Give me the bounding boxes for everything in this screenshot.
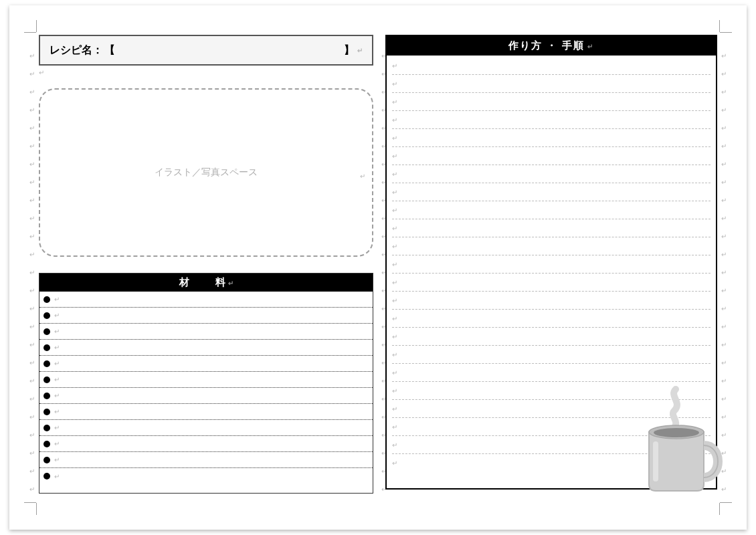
step-row[interactable]: ↵: [392, 129, 711, 147]
right-column: 作り方 ・ 手順↵ ↵↵↵↵↵↵↵↵↵↵↵↵↵↵↵↵↵↵↵↵↵↵↵: [385, 35, 717, 500]
step-row[interactable]: ↵: [392, 310, 711, 328]
return-mark-icon: ↵: [54, 360, 60, 367]
return-mark-icon: ↵: [587, 43, 594, 50]
ingredients-section: 材 料↵ ↵↵↵↵↵↵↵↵↵↵↵↵: [39, 273, 373, 494]
step-row[interactable]: ↵: [392, 111, 711, 129]
return-mark-icon: ↵: [392, 297, 397, 304]
step-row[interactable]: ↵: [392, 292, 711, 310]
return-mark-icon: ↵: [392, 134, 397, 142]
return-mark-icon: ↵: [54, 376, 60, 383]
illustration-photo-space[interactable]: イラスト／写真スペース ↵: [39, 88, 373, 257]
ingredient-row[interactable]: ↵: [39, 324, 373, 340]
return-mark-icon: ↵: [392, 207, 397, 214]
return-mark-icon: ↵: [392, 261, 397, 268]
step-row[interactable]: ↵: [392, 75, 711, 93]
ingredient-row[interactable]: ↵: [39, 372, 373, 388]
ingredient-row[interactable]: ↵: [39, 420, 373, 436]
return-mark-icon: ↵: [228, 280, 233, 287]
step-row[interactable]: ↵: [392, 364, 711, 382]
bullet-icon: [43, 328, 50, 335]
return-mark-icon: ↵: [54, 296, 60, 303]
bullet-icon: [43, 473, 50, 479]
return-mark-icon: ↵: [54, 328, 60, 335]
return-mark-icon: ↵: [392, 333, 397, 340]
ingredient-row[interactable]: ↵: [39, 356, 373, 372]
bullet-icon: [43, 344, 50, 351]
bullet-icon: [43, 393, 50, 399]
return-mark-icon: ↵: [392, 369, 397, 377]
return-mark-icon: ↵: [54, 408, 60, 415]
return-mark-icon: ↵: [357, 47, 363, 54]
photo-placeholder-text: イラスト／写真スペース: [155, 167, 258, 179]
return-mark-icon: ↵: [392, 189, 397, 196]
recipe-name-label: レシピ名：: [50, 43, 103, 58]
paragraph-marks-left: ↵↵↵↵↵↵↵↵↵↵↵↵↵↵↵↵↵↵↵↵↵↵↵↵↵: [29, 52, 35, 493]
step-row[interactable]: ↵: [392, 219, 711, 237]
bullet-icon: [43, 296, 50, 303]
step-row[interactable]: ↵: [392, 328, 711, 346]
bullet-icon: [43, 457, 50, 463]
step-row[interactable]: ↵: [392, 201, 711, 219]
return-mark-icon: ↵: [392, 459, 397, 467]
ingredient-row[interactable]: ↵: [39, 308, 373, 324]
ingredient-row[interactable]: ↵: [39, 436, 373, 452]
bullet-icon: [43, 312, 50, 319]
return-mark-icon: ↵: [54, 473, 60, 480]
return-mark-icon: ↵: [392, 243, 397, 250]
bullet-icon: [43, 377, 50, 383]
step-row[interactable]: ↵: [392, 183, 711, 201]
return-mark-icon: ↵: [392, 80, 397, 88]
steps-header-text: 作り方 ・ 手順: [508, 39, 585, 51]
ingredients-list[interactable]: ↵↵↵↵↵↵↵↵↵↵↵↵: [39, 292, 373, 493]
return-mark-icon: ↵: [392, 351, 397, 358]
return-mark-icon: ↵: [392, 62, 397, 70]
return-mark-icon: ↵: [39, 69, 44, 76]
step-row[interactable]: ↵: [392, 147, 711, 165]
steps-list[interactable]: ↵↵↵↵↵↵↵↵↵↵↵↵↵↵↵↵↵↵↵↵↵↵↵: [387, 56, 716, 488]
steps-header: 作り方 ・ 手順↵: [387, 36, 716, 56]
ingredient-row[interactable]: ↵: [39, 388, 373, 404]
recipe-name-field[interactable]: レシピ名： 【 】 ↵: [39, 35, 373, 66]
ingredients-header-text: 材 料: [179, 276, 233, 288]
step-row[interactable]: ↵: [392, 57, 711, 75]
step-row[interactable]: ↵: [392, 400, 711, 418]
ingredient-row[interactable]: ↵: [39, 340, 373, 356]
step-row[interactable]: ↵: [392, 165, 711, 183]
step-row[interactable]: ↵: [392, 346, 711, 364]
step-row[interactable]: ↵: [392, 93, 711, 111]
step-row[interactable]: ↵: [392, 274, 711, 292]
return-mark-icon: ↵: [54, 344, 60, 351]
return-mark-icon: ↵: [392, 441, 397, 449]
paragraph-marks-right: ↵↵↵↵↵↵↵↵↵↵↵↵↵↵↵↵↵↵↵↵↵↵↵↵↵: [721, 52, 727, 493]
step-row[interactable]: ↵: [392, 454, 711, 472]
bullet-icon: [43, 409, 50, 415]
return-mark-icon: ↵: [360, 173, 365, 180]
page-content: レシピ名： 【 】 ↵ ↵ イラスト／写真スペース ↵ 材 料↵ ↵↵↵↵↵↵↵…: [39, 35, 717, 500]
ingredient-row[interactable]: ↵: [39, 452, 373, 468]
step-row[interactable]: ↵: [392, 418, 711, 436]
return-mark-icon: ↵: [54, 456, 60, 463]
ingredient-row[interactable]: ↵: [39, 404, 373, 420]
return-mark-icon: ↵: [392, 225, 397, 232]
step-row[interactable]: ↵: [392, 255, 711, 274]
return-mark-icon: ↵: [54, 312, 60, 319]
return-mark-icon: ↵: [54, 424, 60, 431]
return-mark-icon: ↵: [392, 171, 397, 178]
bullet-icon: [43, 360, 50, 367]
return-mark-icon: ↵: [392, 98, 397, 106]
bullet-icon: [43, 425, 50, 431]
ingredient-row[interactable]: ↵: [39, 468, 373, 484]
left-column: レシピ名： 【 】 ↵ ↵ イラスト／写真スペース ↵ 材 料↵ ↵↵↵↵↵↵↵…: [39, 35, 373, 500]
bracket-close: 】: [344, 43, 355, 58]
ingredient-row[interactable]: ↵: [39, 292, 373, 308]
return-mark-icon: ↵: [392, 152, 397, 160]
ingredients-header: 材 料↵: [39, 274, 373, 292]
return-mark-icon: ↵: [392, 405, 397, 413]
step-row[interactable]: ↵: [392, 382, 711, 400]
return-mark-icon: ↵: [392, 387, 397, 395]
bracket-open: 【: [104, 43, 115, 58]
return-mark-icon: ↵: [392, 315, 397, 322]
document-page: ↵↵↵↵↵↵↵↵↵↵↵↵↵↵↵↵↵↵↵↵↵↵↵↵↵ ↵↵↵↵↵↵↵↵↵↵↵↵↵↵…: [9, 5, 747, 530]
step-row[interactable]: ↵: [392, 237, 711, 255]
step-row[interactable]: ↵: [392, 436, 711, 454]
